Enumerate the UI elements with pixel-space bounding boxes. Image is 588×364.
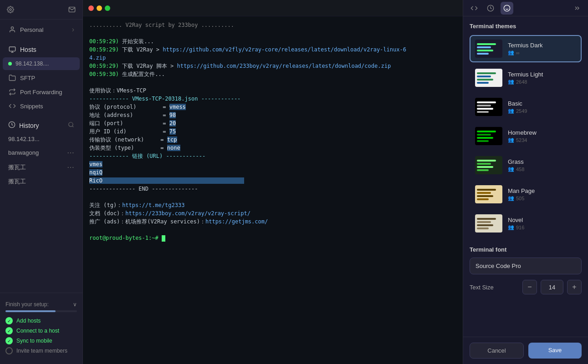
sidebar-item-port-forwarding[interactable]: Port Forwarding bbox=[3, 85, 80, 99]
theme-users: 👥 505 bbox=[508, 195, 576, 201]
sidebar-header bbox=[0, 0, 82, 20]
history-item-label: 搬瓦工 bbox=[8, 163, 26, 172]
theme-name: Basic bbox=[508, 100, 576, 107]
text-size-row: Text Size − 14 + bbox=[470, 280, 582, 294]
personal-section: Personal › bbox=[0, 20, 82, 40]
sidebar: Personal › Hosts 98.142.138.... bbox=[0, 0, 83, 364]
history-item-4[interactable]: 搬瓦工 bbox=[3, 175, 80, 188]
terminal-area: .......... V2Ray script by 233boy ......… bbox=[83, 0, 463, 364]
history-icon bbox=[8, 121, 15, 130]
text-size-decrease-button[interactable]: − bbox=[522, 280, 537, 294]
history-item-3[interactable]: 搬瓦工 ⋯ bbox=[3, 160, 80, 174]
history-item-1[interactable]: 98.142.13... bbox=[3, 133, 80, 145]
setup-item-label: Connect to a host bbox=[16, 328, 59, 334]
font-selector[interactable]: Source Code Pro bbox=[470, 258, 582, 274]
clock-panel-icon[interactable] bbox=[484, 2, 497, 15]
theme-users: 👥 ∞ bbox=[508, 50, 576, 56]
setup-item-invite-team[interactable]: Invite team members bbox=[5, 346, 77, 356]
theme-preview-termius-light bbox=[475, 69, 502, 87]
theme-preview-homebrew bbox=[475, 127, 502, 145]
settings-icon[interactable] bbox=[5, 5, 15, 15]
theme-name: Novel bbox=[508, 217, 576, 223]
history-item-2[interactable]: banwagong ⋯ bbox=[3, 146, 80, 160]
snippets-icon bbox=[8, 102, 16, 110]
history-item-more[interactable]: ⋯ bbox=[67, 163, 74, 172]
theme-users: 👥 916 bbox=[508, 224, 576, 230]
theme-grass[interactable]: Grass 👥 458 bbox=[470, 152, 582, 179]
setup-chevron-icon: ∨ bbox=[73, 301, 77, 308]
nav-section: Hosts 98.142.138.... SFTP Port Forwardin… bbox=[0, 40, 82, 116]
theme-man-page[interactable]: Man Page 👥 505 bbox=[470, 181, 582, 208]
theme-basic[interactable]: Basic 👥 2549 bbox=[470, 93, 582, 121]
theme-preview-manpage bbox=[475, 185, 502, 203]
traffic-lights bbox=[88, 5, 110, 11]
svg-point-9 bbox=[504, 5, 510, 11]
text-size-increase-button[interactable]: + bbox=[567, 280, 582, 294]
personal-icon bbox=[8, 25, 16, 34]
sidebar-bottom: Finish your setup: ∨ ✓ Add hosts ✓ Conne… bbox=[0, 293, 82, 364]
setup-item-sync-mobile[interactable]: ✓ Sync to mobile bbox=[5, 336, 77, 346]
setup-item-add-hosts[interactable]: ✓ Add hosts bbox=[5, 316, 77, 326]
history-search-icon[interactable] bbox=[68, 121, 74, 129]
port-forwarding-icon bbox=[8, 88, 16, 96]
themes-section: Terminal themes Termius Dark 👥 ∞ bbox=[463, 16, 588, 243]
mail-icon[interactable] bbox=[67, 5, 77, 15]
check-done-icon: ✓ bbox=[5, 317, 13, 324]
close-traffic-light[interactable] bbox=[88, 5, 94, 11]
history-item-more[interactable]: ⋯ bbox=[67, 148, 74, 157]
theme-name: Man Page bbox=[508, 187, 576, 194]
current-host-item[interactable]: 98.142.138.... bbox=[3, 57, 80, 70]
current-host-label: 98.142.138.... bbox=[15, 61, 49, 67]
check-empty-icon bbox=[5, 347, 13, 354]
panel-footer: Cancel Save bbox=[463, 337, 588, 364]
panel-collapse-icon[interactable] bbox=[571, 2, 583, 15]
setup-item-label: Invite team members bbox=[16, 348, 67, 354]
theme-termius-light[interactable]: Termius Light 👥 2648 bbox=[470, 64, 582, 91]
theme-name: Termius Light bbox=[508, 71, 576, 78]
terminal-topbar bbox=[83, 0, 463, 16]
history-item-label: banwagong bbox=[8, 149, 39, 156]
hosts-icon bbox=[8, 46, 16, 54]
theme-preview-basic bbox=[475, 98, 502, 116]
font-section: Terminal font Source Code Pro Text Size … bbox=[463, 243, 588, 301]
port-forwarding-label: Port Forwarding bbox=[20, 89, 62, 96]
setup-title[interactable]: Finish your setup: ∨ bbox=[5, 301, 77, 308]
history-section: History 98.142.13... banwagong ⋯ 搬瓦工 ⋯ 搬… bbox=[0, 116, 82, 191]
svg-point-1 bbox=[11, 27, 13, 29]
theme-name: Termius Dark bbox=[508, 42, 576, 49]
sidebar-item-snippets[interactable]: Snippets bbox=[3, 99, 80, 113]
theme-users: 👥 5234 bbox=[508, 137, 576, 143]
font-value: Source Code Pro bbox=[476, 263, 521, 269]
theme-termius-dark[interactable]: Termius Dark 👥 ∞ bbox=[470, 35, 582, 62]
history-header[interactable]: History bbox=[3, 118, 80, 132]
check-done-icon: ✓ bbox=[5, 327, 13, 334]
personal-chevron: › bbox=[72, 25, 74, 34]
maximize-traffic-light[interactable] bbox=[105, 5, 110, 11]
theme-preview-grass bbox=[475, 156, 502, 174]
hosts-label: Hosts bbox=[20, 46, 36, 53]
cancel-button[interactable]: Cancel bbox=[470, 343, 524, 359]
svg-line-7 bbox=[72, 126, 74, 127]
setup-item-connect-host[interactable]: ✓ Connect to a host bbox=[5, 326, 77, 336]
theme-homebrew[interactable]: Homebrew 👥 5234 bbox=[470, 122, 582, 150]
setup-section: Finish your setup: ∨ ✓ Add hosts ✓ Conne… bbox=[0, 298, 82, 359]
theme-users: 👥 2549 bbox=[508, 108, 576, 114]
font-section-title: Terminal font bbox=[470, 246, 582, 253]
terminal-content[interactable]: .......... V2Ray script by 233boy ......… bbox=[83, 16, 463, 364]
personal-item[interactable]: Personal › bbox=[3, 23, 80, 36]
personal-label: Personal bbox=[20, 26, 43, 33]
history-item-label: 98.142.13... bbox=[8, 136, 40, 142]
theme-users: 👥 458 bbox=[508, 166, 576, 172]
panel-topbar bbox=[463, 0, 588, 16]
save-button[interactable]: Save bbox=[528, 343, 582, 359]
sidebar-item-hosts[interactable]: Hosts bbox=[3, 43, 80, 56]
history-label: History bbox=[19, 122, 39, 129]
code-panel-icon[interactable] bbox=[468, 2, 481, 15]
theme-name: Homebrew bbox=[508, 129, 576, 136]
history-item-label: 搬瓦工 bbox=[8, 177, 26, 186]
minimize-traffic-light[interactable] bbox=[97, 5, 102, 11]
palette-panel-icon[interactable] bbox=[501, 2, 513, 15]
sidebar-item-sftp[interactable]: SFTP bbox=[3, 71, 80, 85]
theme-novel[interactable]: Novel 👥 916 bbox=[470, 210, 582, 237]
sftp-label: SFTP bbox=[20, 75, 35, 81]
